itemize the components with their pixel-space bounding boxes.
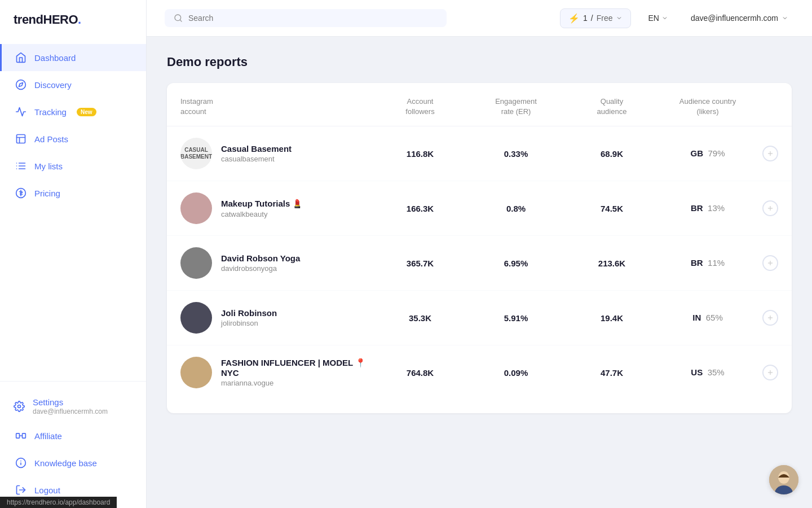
- account-cell: FASHION INFLUENCER | MODEL 📍 NYC mariann…: [180, 357, 372, 388]
- quality-value: 74.5K: [564, 204, 660, 213]
- table-header: Instagramaccount Accountfollowers Engage…: [167, 97, 792, 126]
- svg-line-18: [180, 20, 182, 21]
- er-value: 0.33%: [468, 149, 564, 159]
- country-cell: BR 13%: [660, 203, 756, 213]
- sidebar-item-dashboard[interactable]: Dashboard: [0, 44, 146, 71]
- country-pct: 11%: [708, 258, 725, 268]
- account-name: FASHION INFLUENCER | MODEL 📍 NYC: [221, 358, 372, 378]
- sidebar-item-tracking-label: Tracking: [34, 107, 67, 117]
- logo-text-part2: HERO: [43, 12, 78, 27]
- col-header-followers: Accountfollowers: [372, 97, 468, 117]
- country-cell: US 35%: [660, 367, 756, 378]
- demo-reports-table: Instagramaccount Accountfollowers Engage…: [167, 83, 792, 413]
- status-bar: https://trendhero.io/app/dashboard: [0, 497, 117, 508]
- account-cell: Makeup Tutorials 💄 catwalkbeauty: [180, 192, 372, 224]
- sidebar-item-ad-posts-label: Ad Posts: [34, 134, 68, 144]
- sidebar-nav: Dashboard Discovery Tracking New: [0, 40, 146, 381]
- logout-icon: [15, 484, 27, 496]
- content: Demo reports Instagramaccount Accountfol…: [147, 37, 812, 508]
- add-to-list-button[interactable]: [762, 365, 778, 380]
- table-row[interactable]: FASHION INFLUENCER | MODEL 📍 NYC mariann…: [167, 345, 792, 400]
- followers-value: 166.3K: [372, 204, 468, 213]
- table-row[interactable]: Makeup Tutorials 💄 catwalkbeauty 166.3K …: [167, 181, 792, 236]
- account-name: Casual Basement: [221, 144, 292, 154]
- table-row[interactable]: CASUALBASEMENT Casual Basement casualbas…: [167, 126, 792, 181]
- chat-support-avatar[interactable]: [769, 465, 798, 494]
- account-handle: catwalkbeauty: [221, 210, 303, 218]
- logo-text-part1: trend: [14, 12, 43, 27]
- country-code: BR: [691, 203, 703, 213]
- add-to-list-button[interactable]: [762, 255, 778, 271]
- er-value: 0.09%: [468, 368, 564, 378]
- search-icon: [174, 14, 183, 23]
- sidebar-item-discovery[interactable]: Discovery: [0, 71, 146, 98]
- sidebar-item-knowledge-base[interactable]: Knowledge base: [0, 449, 146, 476]
- country-pct: 65%: [706, 313, 723, 322]
- header: ⚡ 1 / Free EN dave@influencermh.com: [147, 0, 812, 37]
- plan-label: Free: [597, 14, 613, 23]
- sidebar-item-knowledge-base-label: Knowledge base: [34, 458, 97, 468]
- settings-email: dave@influencermh.com: [33, 408, 108, 415]
- account-cell: Joli Robinson jolirobinson: [180, 302, 372, 334]
- logo: trendHERO.: [0, 0, 146, 40]
- country-pct: 13%: [708, 203, 725, 213]
- user-menu[interactable]: dave@influencermh.com: [685, 10, 794, 27]
- account-handle: jolirobinson: [221, 319, 277, 327]
- svg-rect-11: [16, 433, 20, 438]
- country-pct: 35%: [708, 367, 725, 377]
- account-handle: marianna.vogue: [221, 379, 372, 387]
- quality-value: 19.4K: [564, 313, 660, 323]
- er-value: 0.8%: [468, 204, 564, 213]
- home-icon: [15, 52, 27, 63]
- quality-value: 68.9K: [564, 149, 660, 159]
- avatar: [180, 302, 212, 334]
- credits-separator: /: [591, 14, 593, 23]
- sidebar-item-my-lists[interactable]: My lists: [0, 152, 146, 179]
- settings-label: Settings: [33, 397, 63, 407]
- credits-badge[interactable]: ⚡ 1 / Free: [560, 8, 631, 28]
- status-url: https://trendhero.io/app/dashboard: [7, 498, 110, 506]
- sidebar-item-tracking[interactable]: Tracking New: [0, 98, 146, 125]
- main-area: ⚡ 1 / Free EN dave@influencermh.com: [147, 0, 812, 508]
- sidebar-item-pricing-label: Pricing: [34, 189, 60, 198]
- avatar: [180, 192, 212, 224]
- table-row[interactable]: David Robson Yoga davidrobsonyoga 365.7K…: [167, 236, 792, 291]
- add-to-list-button[interactable]: [762, 200, 778, 216]
- tracking-new-badge: New: [77, 108, 96, 116]
- sidebar-item-dashboard-label: Dashboard: [34, 53, 76, 63]
- table-row[interactable]: Joli Robinson jolirobinson 35.3K 5.91% 1…: [167, 291, 792, 345]
- country-code: GB: [691, 148, 704, 158]
- affiliate-icon: [15, 430, 27, 441]
- quality-value: 213.6K: [564, 259, 660, 268]
- language-selector[interactable]: EN: [642, 10, 673, 27]
- svg-rect-12: [23, 433, 26, 438]
- credits-count: 1: [583, 14, 588, 23]
- sidebar: trendHERO. Dashboard Discovery: [0, 0, 147, 508]
- followers-value: 35.3K: [372, 313, 468, 323]
- sidebar-bottom: Settings dave@influencermh.com Affiliate…: [0, 381, 146, 508]
- svg-point-0: [16, 80, 26, 90]
- account-handle: casualbasement: [221, 155, 292, 163]
- account-handle: davidrobsonyoga: [221, 264, 300, 273]
- sidebar-item-affiliate[interactable]: Affiliate: [0, 422, 146, 449]
- sidebar-item-my-lists-label: My lists: [34, 161, 63, 171]
- sidebar-item-ad-posts[interactable]: Ad Posts: [0, 125, 146, 152]
- er-value: 6.95%: [468, 259, 564, 268]
- search-input[interactable]: [188, 14, 438, 23]
- svg-point-10: [18, 405, 21, 408]
- sidebar-item-pricing[interactable]: Pricing: [0, 179, 146, 207]
- sidebar-item-logout-label: Logout: [34, 485, 60, 495]
- add-to-list-button[interactable]: [762, 310, 778, 326]
- my-lists-icon: [15, 160, 27, 172]
- svg-marker-1: [19, 82, 23, 86]
- discovery-icon: [15, 79, 27, 90]
- page-title: Demo reports: [167, 55, 792, 69]
- lang-dropdown-icon: [661, 15, 668, 21]
- add-to-list-button[interactable]: [762, 146, 778, 161]
- search-box[interactable]: [165, 9, 447, 27]
- col-header-er: Engagementrate (ER): [468, 97, 564, 117]
- col-header-country: Audience country(likers): [660, 97, 756, 117]
- avatar: [180, 357, 212, 388]
- sidebar-item-settings[interactable]: Settings dave@influencermh.com: [0, 391, 146, 422]
- avatar: [180, 247, 212, 279]
